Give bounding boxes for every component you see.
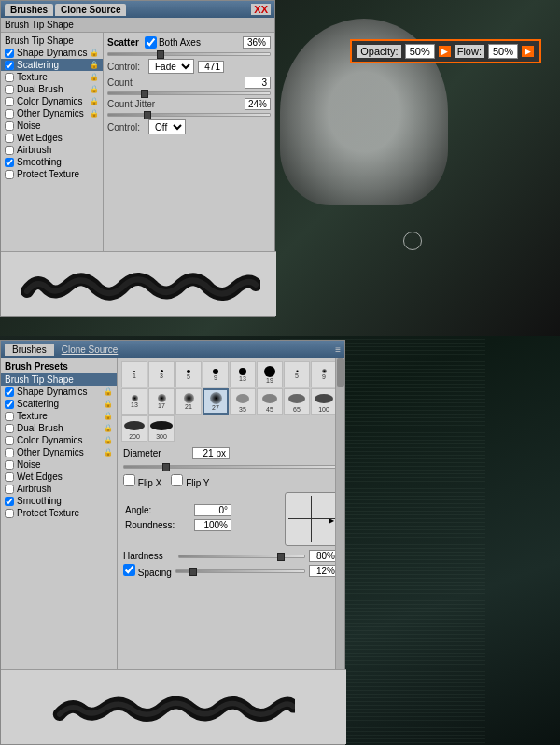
bp-left-shape-dynamics[interactable]: Shape Dynamics 🔒 [1,386,117,398]
scattering-check[interactable] [5,61,14,70]
noise-check[interactable] [5,121,14,131]
bp-protect-texture-check[interactable] [5,509,14,518]
bp-scattering-check[interactable] [5,400,14,409]
bp-dual-brush-check[interactable] [5,424,14,433]
both-axes-label[interactable]: Both Axes [145,36,201,49]
brush-cell-65[interactable]: 65 [284,388,310,415]
bottom-tab-clone[interactable]: Clone Source [54,344,126,356]
top-tab-brushes[interactable]: Brushes [5,4,53,16]
bp-color-dynamics-check[interactable] [5,436,14,445]
control-off-select[interactable]: Off [148,119,186,134]
diameter-slider-thumb[interactable] [162,463,170,471]
left-wet-edges[interactable]: Wet Edges [1,132,103,144]
left-color-dynamics[interactable]: Color Dynamics 🔒 [1,95,103,107]
bp-left-smoothing[interactable]: Smoothing [1,495,117,507]
roundness-value[interactable]: 100% [194,519,231,531]
brush-cell-200[interactable]: 200 [121,415,147,442]
bp-left-protect-texture[interactable]: Protect Texture [1,507,117,519]
bp-noise-check[interactable] [5,460,14,470]
brush-cell-300[interactable]: 300 [148,415,175,442]
bp-left-texture[interactable]: Texture 🔒 [1,410,117,422]
brush-cell-35[interactable]: 35 [230,388,256,415]
shape-dynamics-check[interactable] [5,49,14,58]
flow-value[interactable]: 50% [488,44,518,59]
top-panel-close[interactable]: XX [251,4,271,15]
flip-y-label[interactable]: Flip Y [171,474,209,488]
bottom-panel-menu[interactable]: ≡ [335,344,341,355]
bp-left-other-dynamics[interactable]: Other Dynamics 🔒 [1,446,117,458]
bp-left-airbrush[interactable]: Airbrush [1,483,117,495]
left-shape-dynamics[interactable]: Shape Dynamics 🔒 [1,47,103,59]
bp-airbrush-check[interactable] [5,485,14,494]
brush-cell-21[interactable]: 21 [175,388,202,415]
diameter-slider[interactable] [123,465,339,469]
angle-value[interactable]: 0° [194,504,231,516]
texture-check[interactable] [5,73,14,82]
brush-cell-9b[interactable]: 9 [311,361,337,387]
flip-y-check[interactable] [171,474,183,486]
bp-left-scattering[interactable]: Scattering 🔒 [1,398,117,410]
count-slider[interactable] [107,91,271,95]
brush-cell-17[interactable]: 17 [148,388,175,415]
hardness-slider[interactable] [178,555,305,558]
brush-cell-9[interactable]: 9 [203,361,229,387]
opacity-arrow-right[interactable]: ▶ [439,46,451,57]
spacing-label-row[interactable]: Spacing [123,564,172,578]
wet-edges-check[interactable] [5,134,14,143]
brush-cell-27[interactable]: 27 [203,388,229,415]
dual-brush-check[interactable] [5,85,14,94]
brush-cell-13b[interactable]: 13 [121,388,147,415]
flip-x-check[interactable] [123,474,135,486]
flow-arrow-right[interactable]: ▶ [522,46,534,57]
left-airbrush[interactable]: Airbrush [1,144,103,156]
scatter-slider-thumb[interactable] [157,50,164,59]
brush-cell-3[interactable]: 3 [148,361,175,387]
count-jitter-slider[interactable] [107,113,271,117]
bp-left-wet-edges[interactable]: Wet Edges [1,471,117,483]
bp-shape-dynamics-check[interactable] [5,387,14,397]
spacing-check[interactable] [123,564,135,576]
left-protect-texture[interactable]: Protect Texture [1,168,103,180]
left-brush-tip[interactable]: Brush Tip Shape [1,35,103,47]
brush-cell-45[interactable]: 45 [257,388,283,415]
smoothing-check[interactable] [5,158,14,167]
angle-dial[interactable]: ▶ [285,492,339,546]
scrollbar-thumb[interactable] [337,358,344,387]
bp-left-dual-brush[interactable]: Dual Brush 🔒 [1,422,117,434]
scatter-slider[interactable] [107,52,271,56]
opacity-value[interactable]: 50% [405,44,435,59]
brush-cell-19[interactable]: 19 [257,361,283,387]
bottom-tab-brushes[interactable]: Brushes [5,344,54,356]
bp-left-color-dynamics[interactable]: Color Dynamics 🔒 [1,434,117,446]
bp-left-noise[interactable]: Noise [1,458,117,471]
color-dynamics-check[interactable] [5,97,14,106]
brush-cell-5b[interactable]: 5 [284,361,310,387]
airbrush-check[interactable] [5,146,14,155]
protect-texture-check[interactable] [5,170,14,179]
brush-cell-5[interactable]: 5 [175,361,202,387]
diameter-value[interactable]: 21 px [192,447,230,459]
count-jitter-slider-thumb[interactable] [144,111,151,119]
left-other-dynamics[interactable]: Other Dynamics 🔒 [1,107,103,119]
bp-texture-check[interactable] [5,412,14,421]
spacing-slider-thumb[interactable] [189,568,197,576]
brush-cell-13[interactable]: 13 [230,361,256,387]
bp-other-dynamics-check[interactable] [5,448,14,457]
left-noise[interactable]: Noise [1,119,103,132]
count-slider-thumb[interactable] [141,90,148,98]
top-tab-clone-source[interactable]: Clone Source [55,4,126,16]
right-scrollbar[interactable] [335,358,344,669]
hardness-slider-thumb[interactable] [277,553,285,561]
bp-wet-edges-check[interactable] [5,472,14,482]
other-dynamics-check[interactable] [5,109,14,119]
left-scattering[interactable]: Scattering 🔒 [1,59,103,71]
both-axes-check[interactable] [145,36,157,49]
brush-cell-100[interactable]: 100 [311,388,337,415]
left-dual-brush[interactable]: Dual Brush 🔒 [1,83,103,95]
brush-cell-1[interactable]: 1 [121,361,147,387]
left-smoothing[interactable]: Smoothing [1,156,103,168]
spacing-slider[interactable] [175,569,305,573]
bp-left-brush-tip[interactable]: Brush Tip Shape [1,373,117,386]
left-texture[interactable]: Texture 🔒 [1,71,103,83]
flip-x-label[interactable]: Flip X [123,474,161,488]
